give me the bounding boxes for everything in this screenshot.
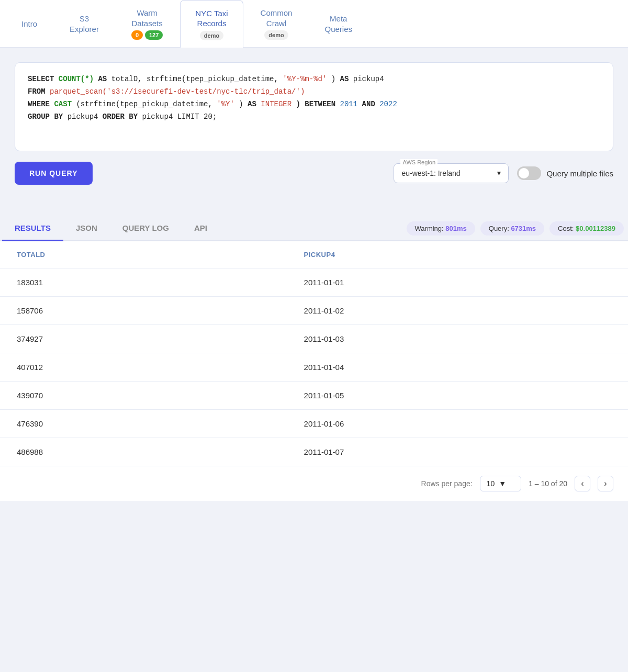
chevron-down-icon: ▼: [496, 170, 502, 177]
aws-region-wrap: AWS Region eu-west-1: Ireland ▼ Query mu…: [394, 163, 613, 183]
table-row: 4390702011-01-05: [0, 382, 628, 410]
cell-pickup4: 2011-01-02: [287, 297, 628, 325]
table-row: 1830312011-01-01: [0, 268, 628, 297]
tab-nyc-taxi[interactable]: NYC Taxi Records demo: [180, 0, 243, 48]
rows-per-page-select[interactable]: 10 ▼: [480, 476, 521, 491]
cell-totald: 158706: [0, 297, 287, 325]
table-row: 1587062011-01-02: [0, 297, 628, 325]
warming-badge: Warming: 801ms: [407, 221, 475, 236]
badge-127: 127: [145, 30, 163, 40]
badge-demo-nyc: demo: [200, 31, 223, 40]
query-multiple-toggle-wrap: Query multiple files: [517, 166, 613, 180]
prev-page-button[interactable]: ‹: [575, 476, 590, 491]
table-row: 4869882011-01-07: [0, 438, 628, 466]
cell-totald: 183031: [0, 268, 287, 297]
result-tabs-row: RESULTS JSON QUERY LOG API Warming: 801m…: [0, 216, 628, 241]
sql-line-2: FROM parquet_scan('s3://isecurefi-dev-te…: [28, 86, 600, 98]
cell-totald: 439070: [0, 382, 287, 410]
result-panel: RESULTS JSON QUERY LOG API Warming: 801m…: [0, 216, 628, 501]
cell-pickup4: 2011-01-07: [287, 438, 628, 466]
page-info: 1 – 10 of 20: [529, 479, 567, 488]
query-multiple-label: Query multiple files: [546, 169, 613, 178]
tab-query-log[interactable]: QUERY LOG: [110, 216, 182, 241]
table-row: 4070122011-01-04: [0, 353, 628, 382]
aws-region-value: eu-west-1: Ireland: [401, 169, 460, 177]
tab-common-crawl[interactable]: Common Crawl demo: [245, 0, 308, 47]
table-row: 4763902011-01-06: [0, 410, 628, 438]
col-totald: TOTALD: [0, 241, 287, 268]
cell-totald: 374927: [0, 325, 287, 353]
tab-s3-explorer[interactable]: S3 Explorer: [54, 0, 114, 47]
chevron-down-icon: ▼: [499, 479, 506, 488]
cell-pickup4: 2011-01-03: [287, 325, 628, 353]
cell-totald: 486988: [0, 438, 287, 466]
main-content: SELECT COUNT(*) AS totalD, strftime(tpep…: [0, 48, 628, 199]
cell-pickup4: 2011-01-05: [287, 382, 628, 410]
stat-badges: Warming: 801ms Query: 6731ms Cost: $0.00…: [407, 221, 628, 236]
results-section: TOTALD PICKUP4 1830312011-01-01158706201…: [0, 241, 628, 501]
aws-region-label: AWS Region: [400, 159, 438, 165]
query-multiple-toggle[interactable]: [517, 166, 541, 180]
sql-line-1: SELECT COUNT(*) AS totalD, strftime(tpep…: [28, 73, 600, 86]
cell-pickup4: 2011-01-06: [287, 410, 628, 438]
results-table: TOTALD PICKUP4 1830312011-01-01158706201…: [0, 241, 628, 466]
tab-results[interactable]: RESULTS: [2, 216, 63, 241]
cell-totald: 476390: [0, 410, 287, 438]
next-page-button[interactable]: ›: [598, 476, 613, 491]
rows-per-page-value: 10: [487, 479, 495, 488]
tab-warm-datasets[interactable]: Warm Datasets 0 127: [116, 0, 178, 47]
sql-line-4: GROUP BY pickup4 ORDER BY pickup4 LIMIT …: [28, 111, 600, 124]
table-header-row: TOTALD PICKUP4: [0, 241, 628, 268]
tab-api[interactable]: API: [182, 216, 220, 241]
badge-demo-crawl: demo: [264, 30, 288, 40]
pagination-row: Rows per page: 10 ▼ 1 – 10 of 20 ‹ ›: [0, 466, 628, 501]
sql-editor[interactable]: SELECT COUNT(*) AS totalD, strftime(tpep…: [15, 62, 613, 151]
query-badge: Query: 6731ms: [480, 221, 544, 236]
aws-region-select[interactable]: AWS Region eu-west-1: Ireland ▼: [394, 163, 509, 183]
cell-pickup4: 2011-01-01: [287, 268, 628, 297]
tab-meta-queries[interactable]: Meta Queries: [309, 0, 367, 47]
cost-badge: Cost: $0.00112389: [550, 221, 624, 236]
tab-intro[interactable]: Intro: [6, 0, 52, 47]
run-row: RUN QUERY AWS Region eu-west-1: Ireland …: [15, 151, 613, 199]
rows-per-page-label: Rows per page:: [421, 479, 473, 488]
tabs-bar: Intro S3 Explorer Warm Datasets 0 127 NY…: [0, 0, 628, 48]
col-pickup4: PICKUP4: [287, 241, 628, 268]
run-query-button[interactable]: RUN QUERY: [15, 162, 93, 185]
cell-totald: 407012: [0, 353, 287, 382]
badge-0: 0: [131, 30, 143, 40]
warm-datasets-badges: 0 127: [131, 30, 163, 40]
section-gap: [0, 199, 628, 216]
tab-json[interactable]: JSON: [63, 216, 110, 241]
cell-pickup4: 2011-01-04: [287, 353, 628, 382]
sql-line-3: WHERE CAST (strftime(tpep_pickup_datetim…: [28, 98, 600, 111]
table-row: 3749272011-01-03: [0, 325, 628, 353]
